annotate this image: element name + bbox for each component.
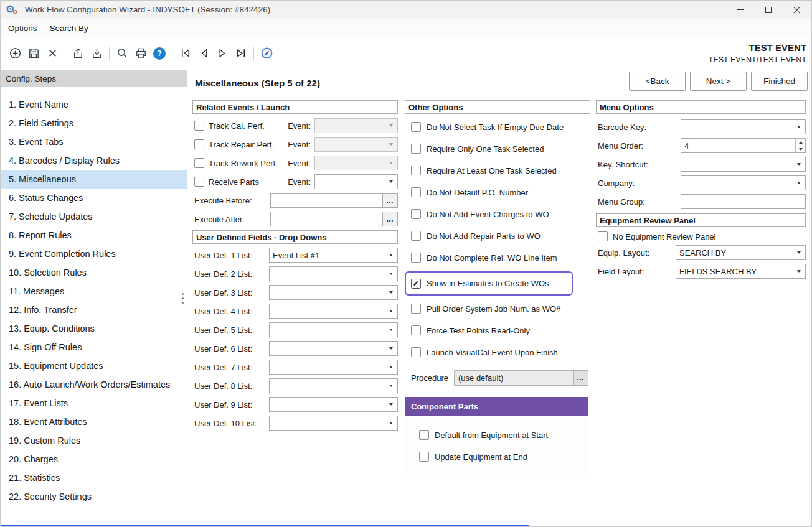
execute-before-input[interactable]: … bbox=[270, 193, 398, 208]
key-shortcut-row: Key. Shortcut: bbox=[596, 155, 806, 174]
sidebar-item-3[interactable]: 3. Event Tabs bbox=[1, 133, 187, 151]
user-def-1-dropdown[interactable]: Event List #1 bbox=[269, 248, 398, 263]
sidebar-item-8[interactable]: 8. Report Rules bbox=[1, 226, 187, 245]
toolbar-separator bbox=[172, 47, 172, 60]
user-def-1-row: User Def. 1 List:Event List #1 bbox=[192, 246, 398, 264]
do-not-complete-rel-wo-checkbox[interactable] bbox=[411, 253, 421, 263]
spinner-down-button[interactable] bbox=[796, 146, 805, 152]
user-def-9-dropdown[interactable] bbox=[269, 397, 398, 412]
search-button[interactable] bbox=[113, 44, 131, 63]
back-button[interactable]: < Back bbox=[629, 72, 686, 91]
sidebar-item-6[interactable]: 6. Status Changes bbox=[1, 189, 187, 207]
sidebar-item-17[interactable]: 17. Event Lists bbox=[1, 394, 187, 413]
key-shortcut-dropdown[interactable] bbox=[681, 157, 806, 172]
chevron-down-icon bbox=[389, 143, 393, 146]
delete-button[interactable] bbox=[43, 44, 62, 63]
nav-first-button[interactable] bbox=[176, 44, 194, 63]
sidebar-item-4[interactable]: 4. Barcodes / Display Rules bbox=[1, 151, 187, 170]
do-not-default-po-number-checkbox[interactable] bbox=[411, 187, 421, 197]
sidebar-item-22[interactable]: 22. Security Settings bbox=[1, 487, 187, 506]
print-button[interactable] bbox=[131, 44, 150, 63]
menu-item-options[interactable]: Options bbox=[2, 21, 44, 36]
maximize-button[interactable] bbox=[754, 1, 783, 19]
no-equipment-review-checkbox[interactable] bbox=[598, 231, 608, 241]
finished-button[interactable]: Finished bbox=[751, 72, 808, 91]
save-button[interactable] bbox=[24, 44, 43, 63]
nav-previous-button[interactable] bbox=[194, 44, 213, 63]
require-at-least-one-task-checkbox[interactable] bbox=[411, 166, 421, 175]
update-equipment-at-end-checkbox[interactable] bbox=[419, 452, 429, 462]
sidebar-item-21[interactable]: 21. Statistics bbox=[1, 469, 187, 487]
minimize-button[interactable] bbox=[725, 1, 754, 19]
sidebar-item-19[interactable]: 19. Custom Rules bbox=[1, 431, 187, 450]
field-layout-label: Field Layout: bbox=[598, 267, 644, 276]
force-test-points-read-only-checkbox[interactable] bbox=[411, 325, 421, 335]
do-not-select-task-checkbox[interactable] bbox=[411, 122, 421, 132]
import-icon bbox=[90, 47, 103, 60]
spinner-buttons bbox=[795, 139, 805, 152]
menu-item-search-by[interactable]: Search By bbox=[44, 21, 95, 36]
nav-last-button[interactable] bbox=[232, 44, 250, 63]
pull-order-system-job-num-checkbox[interactable] bbox=[411, 304, 421, 314]
menu-order-spinner[interactable]: 4 bbox=[681, 138, 806, 153]
procedure-browse-button[interactable]: … bbox=[573, 371, 588, 385]
related-events-header: Related Events / Launch bbox=[192, 100, 398, 114]
sidebar-item-15[interactable]: 15. Equipment Updates bbox=[1, 357, 187, 375]
execute-before-browse-button[interactable]: … bbox=[382, 194, 397, 207]
compass-button[interactable] bbox=[257, 44, 276, 63]
track-rework-perf-checkbox[interactable] bbox=[194, 158, 204, 168]
user-def-4-dropdown[interactable] bbox=[269, 304, 398, 319]
import-button[interactable] bbox=[87, 44, 106, 63]
user-def-6-dropdown[interactable] bbox=[269, 341, 398, 356]
sidebar-item-2[interactable]: 2. Field Settings bbox=[1, 114, 187, 133]
user-def-5-dropdown[interactable] bbox=[269, 322, 398, 337]
company-dropdown[interactable] bbox=[681, 175, 806, 190]
require-only-one-task-checkbox[interactable] bbox=[411, 144, 421, 154]
close-button[interactable] bbox=[783, 1, 811, 19]
menu-group-input[interactable] bbox=[681, 194, 806, 209]
sidebar-item-11[interactable]: 11. Messages bbox=[1, 282, 187, 301]
sidebar-item-14[interactable]: 14. Sign Off Rules bbox=[1, 338, 187, 357]
barcode-key-dropdown[interactable] bbox=[681, 119, 806, 134]
track-cal-perf-label: Track Cal. Perf. bbox=[209, 121, 265, 131]
splitter-handle[interactable] bbox=[182, 293, 184, 295]
sidebar-item-13[interactable]: 13. Equip. Conditions bbox=[1, 319, 187, 338]
default-from-equipment-checkbox[interactable] bbox=[419, 430, 429, 440]
equip-layout-dropdown[interactable]: SEARCH BY bbox=[676, 245, 806, 260]
user-def-3-dropdown[interactable] bbox=[269, 285, 398, 300]
component-parts-body: Default from Equipment at Start Update E… bbox=[405, 416, 588, 478]
receive-parts-event-dropdown[interactable] bbox=[314, 174, 398, 189]
add-icon bbox=[9, 47, 22, 60]
sidebar-item-5-selected[interactable]: 5. Miscellaneous bbox=[1, 170, 187, 189]
track-repair-perf-checkbox[interactable] bbox=[194, 139, 204, 149]
sidebar-item-9[interactable]: 9. Event Completion Rules bbox=[1, 245, 187, 263]
show-in-estimates-checkbox[interactable] bbox=[411, 279, 421, 289]
receive-parts-checkbox[interactable] bbox=[194, 177, 204, 187]
execute-after-input[interactable]: … bbox=[270, 212, 398, 226]
next-button[interactable]: Next > bbox=[690, 72, 747, 91]
sidebar-item-1[interactable]: 1. Event Name bbox=[1, 95, 187, 114]
sidebar-item-18[interactable]: 18. Event Attributes bbox=[1, 413, 187, 431]
launch-visualcal-checkbox[interactable] bbox=[411, 347, 421, 357]
receive-parts-label: Receive Parts bbox=[209, 177, 259, 187]
help-button[interactable] bbox=[150, 44, 169, 63]
spinner-up-button[interactable] bbox=[796, 139, 805, 146]
procedure-field[interactable]: (use default)… bbox=[454, 370, 588, 386]
add-button[interactable] bbox=[6, 44, 24, 63]
track-cal-perf-checkbox[interactable] bbox=[194, 121, 204, 131]
do-not-add-repair-parts-checkbox[interactable] bbox=[411, 231, 421, 241]
sidebar-item-20[interactable]: 20. Charges bbox=[1, 450, 187, 469]
nav-next-button[interactable] bbox=[213, 44, 232, 63]
user-def-10-dropdown[interactable] bbox=[269, 416, 398, 431]
sidebar-item-7[interactable]: 7. Schedule Updates bbox=[1, 207, 187, 226]
user-def-7-dropdown[interactable] bbox=[269, 360, 398, 375]
sidebar-item-16[interactable]: 16. Auto-Launch/Work Orders/Estimates bbox=[1, 375, 187, 394]
user-def-8-dropdown[interactable] bbox=[269, 378, 398, 393]
sidebar-item-12[interactable]: 12. Info. Transfer bbox=[1, 301, 187, 319]
sidebar-item-10[interactable]: 10. Selection Rules bbox=[1, 263, 187, 282]
field-layout-dropdown[interactable]: FIELDS SEARCH BY bbox=[676, 264, 806, 279]
export-button[interactable] bbox=[68, 44, 87, 63]
user-def-2-dropdown[interactable] bbox=[269, 266, 398, 281]
execute-after-browse-button[interactable]: … bbox=[382, 212, 397, 226]
do-not-add-event-charges-checkbox[interactable] bbox=[411, 209, 421, 219]
